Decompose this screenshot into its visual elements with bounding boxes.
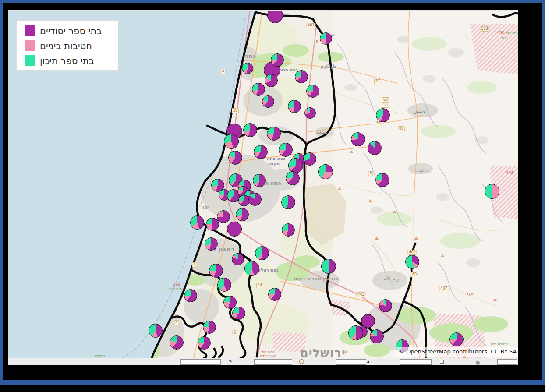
school-pie-marker (405, 255, 419, 269)
map-label: חולות יבנה (169, 287, 185, 291)
school-pie-marker (286, 171, 300, 185)
school-pie-marker (253, 174, 266, 187)
road-shield: 44 (256, 283, 263, 288)
road-shield: 588 (480, 26, 489, 32)
circle-icon[interactable]: ◯ (299, 359, 304, 364)
road-shield: 60 (411, 272, 418, 277)
school-pie-marker (232, 253, 244, 265)
map-label: נתני (244, 53, 255, 60)
bottom-toolbar: ✎◯▴ (8, 358, 518, 365)
screenshot-stage: בתי ספר יסודיים חטיבות ביניים בתי ספר תי… (0, 0, 545, 392)
road-shield: 481 (306, 23, 315, 28)
road-shield: 466 (407, 250, 417, 255)
road-shield: 443 (356, 292, 365, 297)
road-shield: 6 (232, 330, 237, 335)
school-pie-marker (271, 53, 284, 67)
school-pie-marker (265, 74, 278, 87)
map-label: 904 (506, 171, 513, 175)
school-pie-marker (149, 324, 163, 338)
toolbar-input[interactable] (180, 359, 221, 365)
osm-attribution: © OpenStreetMap contributors, CC-BY-SA (396, 347, 518, 357)
road-shield: 60 (382, 97, 389, 102)
school-pie-marker (203, 321, 216, 334)
legend: בתי ספר יסודיים חטיבות ביניים בתי ספר תי… (17, 21, 118, 70)
school-pie-marker (223, 296, 237, 309)
school-pie-marker (281, 195, 295, 209)
map-label: قلقيلية (316, 131, 327, 134)
spinner-icon[interactable]: ▴ (367, 359, 369, 364)
toolbar-input[interactable] (254, 359, 292, 365)
school-pie-marker (242, 63, 253, 74)
road-shield: 57 (374, 79, 381, 84)
map-label: מודיעין-מכבים-רעות (294, 276, 339, 282)
school-pie-marker (254, 145, 268, 159)
legend-item-middle: חטיבות ביניים (25, 40, 113, 51)
legend-item-high: בתי ספר תיכון (25, 55, 113, 66)
map-label: נפת רמלה (258, 268, 279, 273)
road-shield: 4 (174, 320, 179, 325)
school-pie-marker (198, 336, 211, 350)
school-pie-marker (351, 132, 365, 146)
school-pie-marker (232, 307, 245, 320)
school-pie-marker (376, 108, 390, 122)
road-shield: 4 (192, 262, 197, 268)
school-pie-marker (306, 85, 319, 98)
school-pie-marker (449, 332, 464, 346)
school-pie-marker (321, 259, 336, 274)
road-shield: 6 (314, 40, 319, 45)
pen-icon[interactable]: ✎ (229, 359, 232, 364)
school-pie-marker (228, 151, 242, 165)
school-pie-marker (320, 32, 332, 45)
map-viewport[interactable]: בתי ספר יסודיים חטיבות ביניים בתי ספר תי… (8, 11, 518, 358)
toolbar-input[interactable] (400, 359, 432, 365)
school-pie-marker (217, 278, 231, 292)
legend-label: בתי ספר תיכון (40, 56, 94, 66)
toolbar-input[interactable] (336, 359, 366, 365)
road-shield: 55 (382, 102, 389, 108)
school-pie-marker (485, 184, 499, 199)
map-label: 929 (467, 293, 474, 297)
school-pie-marker (244, 261, 259, 276)
legend-label: בתי ספר יסודיים (40, 26, 102, 36)
high-color-swatch (25, 55, 35, 66)
school-pie-marker (268, 288, 281, 301)
map-label: האויר שדה (260, 354, 276, 358)
school-pie-marker (224, 134, 239, 149)
map-label: עילי (502, 36, 507, 40)
school-pie-marker (304, 107, 316, 119)
middle-color-swatch (25, 40, 35, 51)
map-label: سلفيت (416, 169, 428, 173)
school-pie-marker (255, 246, 269, 260)
map-label: נחל בזק (506, 32, 518, 35)
map-label: נפת פתח (267, 156, 285, 161)
toolbar-input[interactable] (497, 359, 517, 365)
school-pie-marker (190, 215, 204, 230)
school-pie-marker (243, 123, 257, 137)
school-pie-marker (375, 173, 389, 187)
school-pie-marker (288, 158, 303, 173)
window-frame-top (0, 0, 545, 3)
school-pie-marker (184, 289, 197, 302)
school-pie-marker (248, 193, 262, 206)
map-label: 900 (497, 31, 504, 35)
school-pie-marker (288, 100, 301, 113)
legend-label: חטיבות ביניים (40, 41, 92, 51)
school-pie-marker (279, 143, 293, 157)
radio-dot-icon[interactable] (476, 361, 480, 365)
elementary-color-swatch (25, 25, 35, 36)
school-pie-marker (370, 329, 384, 343)
road-shield: 20 (232, 108, 239, 113)
window-frame-left (0, 0, 3, 385)
school-pie-marker (262, 95, 274, 108)
school-pie-marker (227, 222, 242, 237)
school-pie-marker (209, 264, 223, 278)
checkbox[interactable] (440, 360, 444, 364)
school-pie-marker (252, 83, 265, 96)
map-label: שמורת (95, 354, 105, 358)
map-label: 299 (173, 283, 180, 286)
school-pie-marker (282, 223, 295, 237)
map-label: ירושלים (300, 347, 346, 358)
school-pie-marker (217, 210, 230, 223)
school-pie-marker (348, 325, 363, 340)
road-shield: 60 (398, 126, 405, 131)
